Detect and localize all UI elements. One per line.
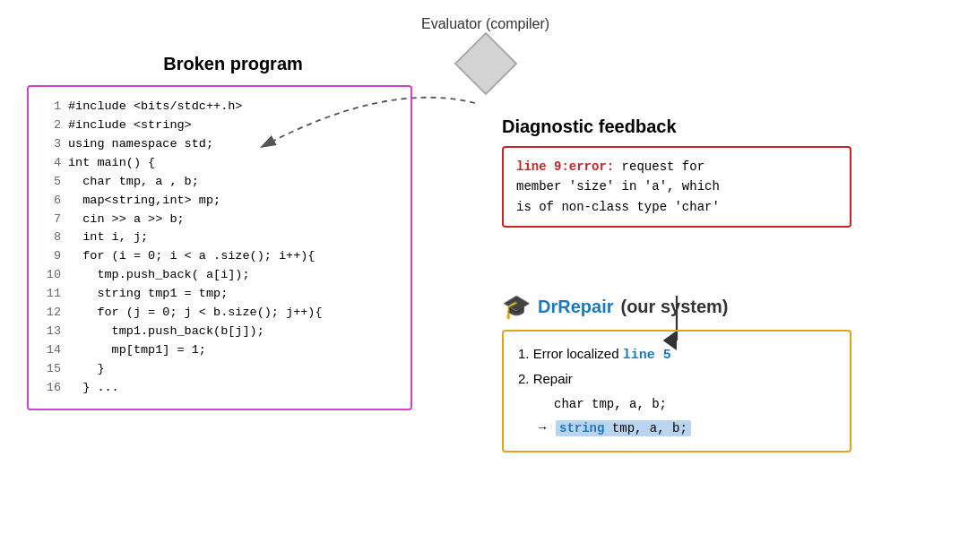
broken-program-title: Broken program xyxy=(27,54,439,74)
drrepair-name: DrRepair xyxy=(538,297,613,317)
line-code: int main() { xyxy=(68,154,155,173)
code-line: 16 } ... xyxy=(41,379,398,398)
code-line: 14 mp[tmp1] = 1; xyxy=(41,341,398,360)
error-prefix: line 9:error: xyxy=(516,159,614,174)
drrepair-icon: 🎓 xyxy=(502,293,531,321)
line-number: 10 xyxy=(41,266,61,285)
code-line: 8 int i, j; xyxy=(41,228,398,247)
line-code: mp[tmp1] = 1; xyxy=(68,341,206,360)
code-line: 9 for (i = 0; i < a .size(); i++){ xyxy=(41,247,398,266)
repair-item-2: 2. Repair xyxy=(518,367,835,391)
line-number: 8 xyxy=(41,228,61,247)
line-code: using namespace std; xyxy=(68,135,213,154)
drrepair-title-row: 🎓 DrRepair (our system) xyxy=(502,293,941,321)
right-column: Diagnostic feedback line 9:error: reques… xyxy=(502,0,941,452)
line-code: string tmp1 = tmp; xyxy=(68,285,228,304)
line-code: tmp1.push_back(b[j]); xyxy=(68,323,264,341)
line-code: for (j = 0; j < b.size(); j++){ xyxy=(68,304,323,323)
drrepair-section: 🎓 DrRepair (our system) 1. Error localiz… xyxy=(502,293,941,452)
code-line: 7 cin >> a >> b; xyxy=(41,211,398,229)
diagnostic-section: Diagnostic feedback line 9:error: reques… xyxy=(502,116,941,228)
code-line: 5 char tmp, a , b; xyxy=(41,173,398,192)
repair-old-code: char tmp, a, b; xyxy=(518,392,835,416)
line-code: } ... xyxy=(68,379,119,398)
line-number: 2 xyxy=(41,116,61,135)
line-code: char tmp, a , b; xyxy=(68,173,199,192)
code-line: 2#include <string> xyxy=(41,116,398,135)
code-line: 13 tmp1.push_back(b[j]); xyxy=(41,323,398,341)
line-number: 13 xyxy=(41,323,61,341)
line-code: } xyxy=(68,360,105,379)
line-code: #include <string> xyxy=(68,116,192,135)
line-number: 15 xyxy=(41,360,61,379)
line-code: map<string,int> mp; xyxy=(68,192,220,211)
line-number: 9 xyxy=(41,247,61,266)
broken-program-section: Broken program 1#include <bits/stdc++.h>… xyxy=(27,54,439,410)
repair-item-1: 1. Error localized line 5 xyxy=(518,342,835,367)
line-number: 11 xyxy=(41,285,61,304)
diagram-wrapper: Evaluator (compiler) Broken program 1#in… xyxy=(0,0,968,560)
line-number: 16 xyxy=(41,379,61,398)
code-box: 1#include <bits/stdc++.h>2#include <stri… xyxy=(27,85,412,410)
code-line: 1#include <bits/stdc++.h> xyxy=(41,98,398,116)
code-line: 4int main() { xyxy=(41,154,398,173)
code-line: 12 for (j = 0; j < b.size(); j++){ xyxy=(41,304,398,323)
code-line: 10 tmp.push_back( a[i]); xyxy=(41,266,398,285)
line5-highlight: line 5 xyxy=(623,348,671,363)
line-code: int i, j; xyxy=(68,228,148,247)
line-code: #include <bits/stdc++.h> xyxy=(68,98,242,116)
arrow-spacer xyxy=(502,244,941,293)
line-number: 5 xyxy=(41,173,61,192)
diagnostic-title: Diagnostic feedback xyxy=(502,116,941,137)
code-line: 15 } xyxy=(41,360,398,379)
code-line: 3using namespace std; xyxy=(41,135,398,154)
code-line: 11 string tmp1 = tmp; xyxy=(41,285,398,304)
line-code: for (i = 0; i < a .size(); i++){ xyxy=(68,247,315,266)
repair-new-code: →string tmp, a, b; xyxy=(518,416,835,440)
repair-box: 1. Error localized line 5 2. Repair char… xyxy=(502,330,851,452)
line-number: 14 xyxy=(41,341,61,360)
line-number: 6 xyxy=(41,192,61,211)
repair-item-1-num: 1. Error localized xyxy=(518,346,623,361)
line-number: 12 xyxy=(41,304,61,323)
repair-old-code-text: char tmp, a, b; xyxy=(554,397,667,411)
line-number: 4 xyxy=(41,154,61,173)
repair-item-2-label: 2. Repair xyxy=(518,371,573,386)
line-code: tmp.push_back( a[i]); xyxy=(68,266,250,285)
code-line: 6 map<string,int> mp; xyxy=(41,192,398,211)
drrepair-subtitle: (our system) xyxy=(620,297,728,317)
repair-new-code-text: string tmp, a, b; xyxy=(556,420,691,436)
line-number: 1 xyxy=(41,98,61,116)
line-number: 3 xyxy=(41,135,61,154)
repair-arrow: → xyxy=(536,420,549,435)
line-code: cin >> a >> b; xyxy=(68,211,185,229)
line-number: 7 xyxy=(41,211,61,229)
error-box: line 9:error: request formember 'size' i… xyxy=(502,146,851,228)
